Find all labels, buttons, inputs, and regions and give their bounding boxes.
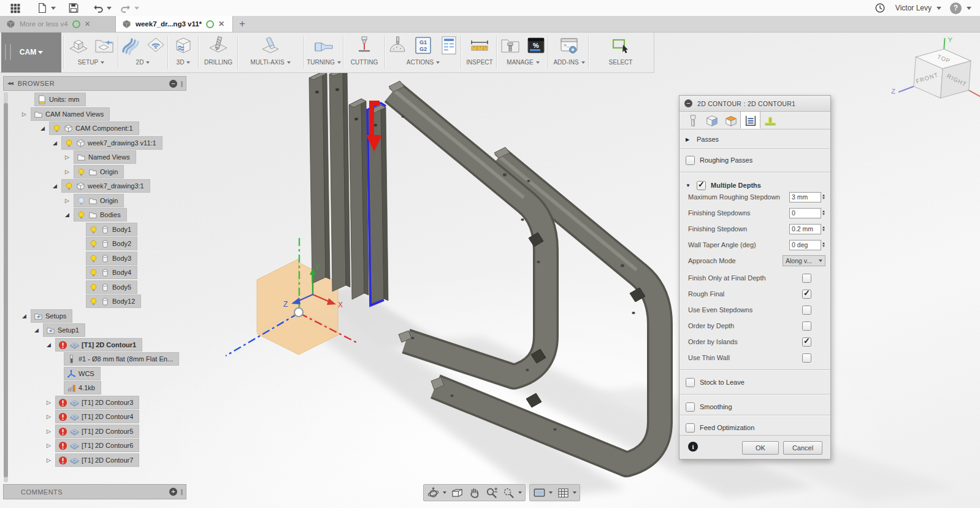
- finishing-stepdowns-input[interactable]: 0: [789, 208, 821, 218]
- help-menu[interactable]: ?: [950, 2, 971, 14]
- tree-item-body5[interactable]: Body5: [86, 281, 137, 293]
- 2d-adaptive-icon[interactable]: [145, 35, 166, 56]
- collapse-arrow-icon[interactable]: [53, 140, 61, 146]
- grid-settings-caret-icon[interactable]: [573, 491, 576, 494]
- job-status-icon[interactable]: [873, 1, 887, 15]
- doc-tab-week7-drawing3[interactable]: week7_dr...ng3 v11* ✕: [116, 16, 233, 32]
- expand-arrow-icon[interactable]: [47, 414, 55, 420]
- dialog-minimize-icon[interactable]: −: [684, 99, 692, 107]
- file-menu-icon[interactable]: [36, 1, 49, 15]
- ribbon-label-actions[interactable]: ACTIONS: [407, 59, 440, 66]
- tree-item-filesize[interactable]: 4.1kb: [64, 382, 101, 394]
- stock-to-leave-section[interactable]: Stock to Leave: [679, 373, 830, 391]
- ribbon-label-addins[interactable]: ADD-INS: [553, 59, 584, 66]
- save-icon[interactable]: [67, 1, 80, 15]
- tree-item-bodies[interactable]: Bodies: [65, 209, 127, 221]
- ribbon-label-turning[interactable]: TURNING: [307, 59, 341, 66]
- feed-optimization-checkbox[interactable]: [686, 423, 695, 433]
- expand-arrow-icon[interactable]: [65, 169, 74, 175]
- tree-item-cam-named-views[interactable]: CAM Named Views: [22, 108, 110, 120]
- drilling-icon[interactable]: [208, 35, 229, 56]
- tab-geometry[interactable]: [702, 113, 721, 129]
- finishing-stepdown-input[interactable]: 0.2 mm: [789, 224, 821, 234]
- tool-library-icon[interactable]: [500, 35, 521, 56]
- browser-collapse-icon[interactable]: ◀◀: [7, 81, 13, 86]
- expand-arrow-icon[interactable]: [47, 442, 55, 448]
- order-by-depth-checkbox[interactable]: [802, 321, 811, 331]
- tree-item-week7-v11[interactable]: week7_drawing3 v11:1: [53, 137, 163, 149]
- collapse-arrow-icon[interactable]: [53, 183, 61, 189]
- bulb-icon[interactable]: [64, 182, 74, 191]
- multiple-depths-checkbox[interactable]: [697, 181, 706, 190]
- collapse-arrow-icon[interactable]: [22, 313, 31, 319]
- comments-expand-icon[interactable]: +: [169, 488, 177, 496]
- stock-to-leave-checkbox[interactable]: [686, 378, 695, 387]
- tree-item-setup1[interactable]: Setup1: [34, 324, 85, 336]
- tree-item-origin[interactable]: Origin: [65, 166, 124, 178]
- spinner-arrows[interactable]: ▲▼: [822, 242, 825, 248]
- expand-arrow-icon[interactable]: [47, 457, 55, 463]
- collapse-arrow-icon[interactable]: [47, 342, 55, 348]
- new-setup-icon[interactable]: [68, 35, 89, 56]
- browser-scrollbar[interactable]: [4, 92, 8, 482]
- bulb-icon[interactable]: [89, 225, 98, 234]
- view-cube[interactable]: TOP FRONT RIGHT Y Z X: [888, 34, 980, 109]
- body-frame-front[interactable]: [389, 81, 546, 377]
- ok-button[interactable]: OK: [742, 441, 779, 455]
- ribbon-label-manage[interactable]: MANAGE: [507, 59, 539, 66]
- expand-arrow-icon[interactable]: [22, 111, 31, 117]
- tree-item-contour1[interactable]: [T1] 2D Contour1: [47, 339, 142, 351]
- bulb-icon[interactable]: [89, 297, 98, 306]
- workspace-switcher[interactable]: CAM: [1, 32, 61, 72]
- expand-arrow-icon[interactable]: [65, 154, 74, 160]
- ribbon-label-2d[interactable]: 2D: [136, 59, 150, 66]
- tree-item-body2[interactable]: Body2: [86, 237, 137, 250]
- undo-caret-icon[interactable]: [107, 7, 112, 10]
- browser-scrollbar-thumb[interactable]: [4, 103, 8, 477]
- 2d-pocket-icon[interactable]: [120, 35, 140, 56]
- doc-tab-more-or-less[interactable]: More or less v4 ✕: [0, 16, 116, 32]
- pan-icon[interactable]: [468, 487, 481, 499]
- bulb-icon[interactable]: [77, 167, 86, 177]
- roughing-passes-checkbox[interactable]: [686, 156, 695, 165]
- display-settings-caret-icon[interactable]: [549, 491, 553, 494]
- origin-point[interactable]: [294, 308, 303, 317]
- wall-taper-angle-input[interactable]: 0 deg: [789, 240, 821, 250]
- grid-settings-icon[interactable]: [557, 487, 570, 499]
- bulb-icon[interactable]: [64, 139, 74, 148]
- feed-optimization-section[interactable]: Feed Optimization: [679, 418, 830, 437]
- tree-item-named-views[interactable]: Named Views: [65, 151, 136, 163]
- tab-heights[interactable]: [721, 113, 740, 129]
- close-tab-icon[interactable]: ✕: [218, 20, 224, 28]
- order-by-islands-checkbox[interactable]: [802, 337, 811, 347]
- user-account-menu[interactable]: Victor Levy: [895, 4, 941, 12]
- look-at-icon[interactable]: [451, 487, 464, 499]
- spinner-arrows[interactable]: ▲▼: [822, 210, 825, 216]
- ribbon-label-select[interactable]: SELECT: [609, 59, 633, 66]
- ribbon-label-cutting[interactable]: CUTTING: [351, 59, 378, 66]
- tree-item-contour7[interactable]: [T1] 2D Contour7: [47, 454, 139, 466]
- use-even-stepdowns-checkbox[interactable]: [802, 306, 811, 315]
- browser-minimize-icon[interactable]: −: [169, 80, 177, 88]
- expand-arrow-icon[interactable]: [47, 399, 55, 406]
- tree-item-wcs[interactable]: WCS: [64, 368, 101, 380]
- app-launcher-icon[interactable]: [9, 1, 22, 15]
- approach-mode-dropdown[interactable]: Along v...: [783, 255, 825, 266]
- toolbar-grip-handle[interactable]: [5, 44, 11, 60]
- tree-item-setups[interactable]: Setups: [22, 310, 72, 322]
- comments-bar[interactable]: COMMENTS + ∥: [3, 484, 186, 499]
- tree-item-contour3[interactable]: [T1] 2D Contour3: [47, 396, 139, 409]
- dialog-header[interactable]: − 2D CONTOUR : 2D CONTOUR1: [679, 96, 830, 112]
- bulb-icon[interactable]: [77, 210, 86, 220]
- orbit-icon[interactable]: [427, 487, 440, 499]
- tree-item-contour5[interactable]: [T1] 2D Contour5: [47, 425, 139, 437]
- tree-item-tool[interactable]: #1 - Ø8 mm flat (8mm Flat En...: [64, 353, 179, 365]
- comments-resize-handle[interactable]: ∥: [180, 488, 183, 495]
- new-folder-icon[interactable]: [94, 35, 115, 56]
- zoom-icon[interactable]: [485, 487, 498, 499]
- tab-passes[interactable]: [740, 111, 760, 129]
- file-menu-caret-icon[interactable]: [51, 7, 56, 10]
- simulate-icon[interactable]: [387, 35, 408, 56]
- task-manager-icon[interactable]: [526, 35, 546, 56]
- scripts-addins-icon[interactable]: [559, 35, 580, 56]
